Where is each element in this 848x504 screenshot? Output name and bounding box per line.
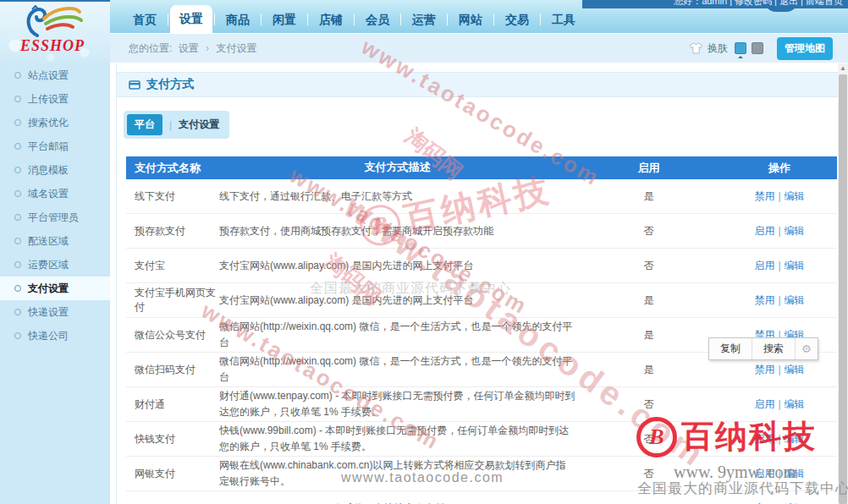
bullet-icon — [14, 190, 21, 197]
sidebar-item-label: 支付设置 — [28, 282, 69, 296]
tab-separator: | — [169, 119, 172, 131]
sidebar-item-7[interactable]: 配送区域 — [0, 229, 110, 253]
edit-link[interactable]: 编辑 — [785, 468, 805, 479]
action-separator: | — [778, 225, 780, 237]
payment-actions: 启用|编辑 — [710, 501, 837, 504]
sidebar-item-8[interactable]: 运费区域 — [0, 253, 110, 277]
payment-desc: 微信网站(http://weixin.qq.com) 微信，是一个生活方式，也是… — [219, 319, 587, 350]
esshop-admin-screen: ESSHOP 首页设置商品闲置店铺会员运营网站交易工具 您好：admin | 修… — [0, 0, 848, 504]
edit-link[interactable]: 编辑 — [785, 364, 805, 375]
nav-separator — [261, 14, 262, 25]
payment-enabled: 是 — [587, 328, 710, 342]
action-separator: | — [778, 190, 780, 202]
nav-tab-0[interactable]: 首页 — [124, 6, 166, 33]
bullet-icon — [14, 143, 21, 150]
sidebar-item-label: 上传设置 — [28, 92, 69, 107]
scroll-up-icon[interactable]: ▲ — [838, 63, 848, 74]
nav-tab-9[interactable]: 工具 — [542, 6, 585, 33]
payment-desc: 微信网站(http://weixin.qq.com) 微信，是一个生活方式，也是… — [219, 353, 587, 385]
manage-map-button[interactable]: 管理地图 — [777, 37, 833, 60]
tab-platform[interactable]: 平台 — [127, 114, 162, 135]
sidebar-item-4[interactable]: 消息模板 — [0, 158, 110, 182]
payment-desc: 快钱(www.99bill.com) - 本即时到账接口无需预付费，任何订单金额… — [219, 423, 587, 454]
toggle-link[interactable]: 禁用 — [754, 294, 774, 306]
nav-tab-5[interactable]: 会员 — [356, 6, 399, 33]
sidebar-item-label: 域名设置 — [28, 187, 69, 201]
tab-payment-settings[interactable]: 支付设置 — [179, 118, 219, 132]
payment-enabled: 是 — [587, 293, 710, 308]
payment-desc: 支付宝网站(www.alipay.com) 是国内先进的网上支付平台 — [219, 293, 587, 309]
table-header: 支付方式名称支付方式描述启用操作 — [126, 156, 837, 179]
sidebar-item-2[interactable]: 搜索优化 — [0, 111, 110, 134]
skin-swatch-gray[interactable] — [752, 42, 763, 54]
payment-enabled: 是 — [587, 363, 710, 377]
sidebar-item-0[interactable]: 站点设置 — [0, 63, 110, 87]
payment-actions: 禁用|编辑 — [710, 293, 837, 308]
edit-link[interactable]: 编辑 — [785, 260, 805, 271]
column-header-3: 操作 — [710, 161, 837, 176]
payment-enabled: 否 — [587, 501, 710, 504]
gear-icon[interactable]: ⚙ — [795, 338, 818, 359]
column-header-2: 启用 — [587, 161, 710, 176]
nav-tab-3[interactable]: 闲置 — [263, 6, 306, 33]
breadcrumb-item-settings[interactable]: 设置 — [179, 42, 199, 54]
payment-enabled: 否 — [587, 259, 710, 273]
context-menu-search[interactable]: 搜索 — [752, 338, 795, 359]
nav-tab-4[interactable]: 店铺 — [310, 6, 352, 33]
toggle-link[interactable]: 禁用 — [754, 190, 774, 202]
table-row: 线下支付线下支付，通过银行汇款、电子汇款等方式是禁用|编辑 — [126, 179, 837, 214]
edit-link[interactable]: 编辑 — [785, 190, 805, 202]
action-separator: | — [778, 260, 780, 271]
logo[interactable]: ESSHOP — [0, 0, 110, 63]
nav-tab-7[interactable]: 网站 — [449, 6, 492, 33]
action-separator: | — [778, 468, 780, 479]
edit-link[interactable]: 编辑 — [785, 294, 805, 306]
sidebar-item-1[interactable]: 上传设置 — [0, 87, 110, 111]
tshirt-icon[interactable] — [689, 42, 703, 54]
scrollbar-thumb[interactable] — [839, 74, 847, 504]
nav-separator — [214, 14, 215, 25]
skin-swatch-blue[interactable] — [735, 42, 746, 54]
edit-link[interactable]: 编辑 — [785, 398, 805, 410]
sidebar-item-label: 搜索优化 — [28, 116, 69, 130]
toggle-link[interactable]: 启用 — [754, 468, 774, 479]
context-menu-copy[interactable]: 复制 — [709, 338, 752, 359]
sidebar-item-label: 平台管理员 — [28, 211, 79, 225]
toggle-link[interactable]: 启用 — [754, 225, 774, 237]
sidebar-item-3[interactable]: 平台邮箱 — [0, 134, 110, 158]
topbar-user-links[interactable]: 您好：admin | 修改密码 | 退出 | 前端首页 — [582, 0, 848, 8]
sidebar-item-label: 站点设置 — [28, 68, 69, 83]
toggle-link[interactable]: 启用 — [754, 260, 774, 271]
toggle-link[interactable]: 启用 — [754, 398, 774, 410]
payment-enabled: 否 — [587, 467, 710, 481]
nav-separator — [400, 14, 401, 25]
edit-link[interactable]: 编辑 — [785, 225, 805, 237]
nav-separator — [540, 14, 541, 25]
payment-name: 支付宝手机网页支付 — [126, 286, 219, 315]
bullet-icon — [14, 96, 21, 102]
bullet-icon — [14, 214, 21, 221]
panel-title: 支付方式 — [146, 77, 194, 92]
toggle-link[interactable]: 禁用 — [754, 364, 774, 375]
breadcrumb-bar: 您的位置: 设置 › 支付设置 换肤 管理地图 — [110, 34, 848, 63]
nav-tab-2[interactable]: 商品 — [217, 6, 259, 33]
vertical-scrollbar[interactable]: ▲ — [838, 63, 848, 504]
nav-separator — [447, 14, 448, 25]
sidebar-item-6[interactable]: 平台管理员 — [0, 205, 110, 229]
nav-tab-1[interactable]: 设置 — [170, 5, 212, 33]
skin-label[interactable]: 换肤 — [708, 41, 728, 56]
nav-tab-8[interactable]: 交易 — [496, 6, 538, 33]
sidebar-item-10[interactable]: 快递设置 — [0, 300, 110, 324]
sidebar-item-9[interactable]: 支付设置 — [0, 277, 110, 300]
sidebar-item-label: 运费区域 — [28, 258, 69, 272]
nav-tab-6[interactable]: 运营 — [403, 6, 445, 33]
table-row: 支付宝支付宝网站(www.alipay.com) 是国内先进的网上支付平台否启用… — [126, 249, 837, 283]
edit-link[interactable]: 编辑 — [785, 433, 805, 445]
user-links-text: 您好：admin | 修改密码 | 退出 | 前端首页 — [674, 0, 843, 8]
nav-separator — [354, 14, 355, 25]
bullet-icon — [14, 261, 21, 268]
sidebar-item-label: 配送区域 — [28, 234, 69, 249]
sidebar-item-5[interactable]: 域名设置 — [0, 182, 110, 205]
sidebar-item-11[interactable]: 快递公司 — [0, 324, 110, 348]
toggle-link[interactable]: 启用 — [754, 433, 774, 445]
